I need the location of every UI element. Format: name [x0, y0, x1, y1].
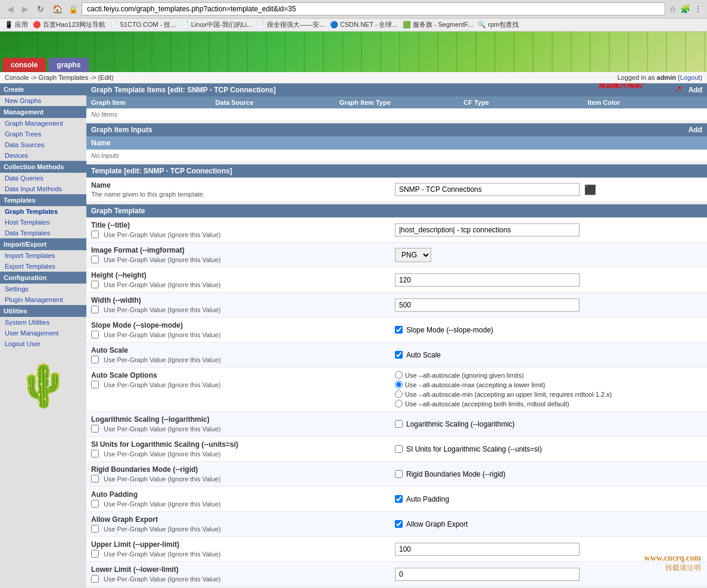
rigid-value-checkbox[interactable] [395, 470, 403, 478]
rigid-label: Rigid Boundaries Mode (--rigid) [91, 465, 385, 474]
si-units-checkbox[interactable] [91, 450, 99, 458]
bookmark-rpm[interactable]: 🔍 rpm包查找 [478, 20, 519, 29]
breadcrumb-console[interactable]: Console [5, 74, 29, 81]
height-input[interactable] [395, 273, 580, 287]
allow-export-value-checkbox[interactable] [395, 520, 403, 528]
auto-scale-opt1-label[interactable]: Use --alt-autoscale (ignoring given limi… [395, 371, 702, 379]
sidebar-item-data-queries[interactable]: Data Queries [0, 173, 86, 183]
image-format-checkbox[interactable] [91, 256, 99, 263]
sidebar-item-new-graphs[interactable]: New Graphs [0, 95, 86, 106]
bookmark-linux[interactable]: 📄 Linux中国-我们的Li... [181, 20, 253, 29]
bookmark-icon: ☆ [669, 4, 677, 14]
rigid-value-col: Rigid Boundaries Mode (--rigid) [390, 462, 707, 486]
console-tab[interactable]: console [2, 58, 46, 72]
forward-button[interactable]: ▶ [20, 3, 31, 15]
sidebar-item-graph-templates[interactable]: Graph Templates [0, 206, 86, 217]
width-input[interactable] [395, 298, 580, 312]
sidebar-item-logout-user[interactable]: Logout User [0, 338, 86, 349]
log-scaling-checkbox[interactable] [91, 425, 99, 433]
auto-scale-opt3-label[interactable]: Use --alt-autoscale-min (accepting an up… [395, 390, 702, 398]
login-info: Logged in as admin (Logout) [617, 74, 702, 81]
graphs-tab[interactable]: graphs [48, 58, 89, 72]
template-name-copy-icon[interactable]: ⬛ [584, 184, 596, 195]
auto-scale-options-label: Auto Scale Options [91, 371, 385, 379]
breadcrumb-graph-templates[interactable]: Graph Templates [39, 74, 89, 81]
col-item-color: Item Color [583, 97, 707, 108]
sidebar-item-data-input-methods[interactable]: Data Input Methods [0, 183, 86, 194]
auto-scale-opt1-radio[interactable] [395, 371, 403, 379]
auto-scale-opt4-label[interactable]: Use --alt-autoscale (accepting both limi… [395, 400, 702, 407]
bookmark-sf[interactable]: 🟩 服务旗 - SegmentF... [403, 20, 474, 29]
auto-scale-value-checkbox[interactable] [395, 351, 403, 359]
template-name-label-col: Name The name given to this graph templa… [86, 178, 390, 201]
sidebar-item-plugin-management[interactable]: Plugin Management [0, 294, 86, 305]
menu-icon: ⋮ [694, 4, 702, 14]
reload-button[interactable]: ↻ [35, 3, 46, 15]
browser-icons: ☆ 🧩 ⋮ [669, 4, 702, 14]
add-graph-input-button[interactable]: Add [689, 126, 702, 134]
si-units-value-checkbox[interactable] [395, 445, 403, 453]
browser-bar: ◀ ▶ ↻ 🏠 🔒 ☆ 🧩 ⋮ [0, 0, 707, 18]
bookmark-51cto[interactable]: 📄 51CTO.COM - 技... [110, 20, 176, 29]
sidebar-item-devices[interactable]: Devices [0, 150, 86, 161]
logout-link[interactable]: Logout [680, 74, 700, 81]
sidebar-item-system-utilities[interactable]: System Utilities [0, 317, 86, 328]
sidebar-item-graph-management[interactable]: Graph Management [0, 118, 86, 129]
url-bar[interactable] [82, 2, 665, 15]
sidebar-item-export-templates[interactable]: Export Templates [0, 261, 86, 272]
auto-scale-checkbox[interactable] [91, 356, 99, 363]
width-label: Width (--width) [91, 296, 385, 304]
sidebar-item-data-sources[interactable]: Data Sources [0, 139, 86, 150]
image-format-row: Image Format (--imgformat) Use Per-Graph… [86, 242, 707, 267]
sidebar: Create New Graphs Management Graph Manag… [0, 83, 86, 588]
auto-scale-opt2-radio[interactable] [395, 381, 403, 388]
auto-scale-opt4-radio[interactable] [395, 400, 403, 407]
slope-mode-row: Slope Mode (--slope-mode) Use Per-Graph … [86, 318, 707, 343]
sidebar-item-host-templates[interactable]: Host Templates [0, 217, 86, 228]
log-scaling-value-checkbox[interactable] [395, 420, 403, 428]
auto-padding-value-checkbox[interactable] [395, 495, 403, 503]
slope-mode-label: Slope Mode (--slope-mode) [91, 321, 385, 329]
auto-scale-sub: Use Per-Graph Value (Ignore this Value) [91, 356, 385, 363]
template-section-header: Template [edit: SNMP - TCP Connections] [86, 164, 707, 178]
rigid-checkbox[interactable] [91, 475, 99, 483]
auto-padding-value-label: Auto Padding [406, 495, 449, 503]
back-button[interactable]: ◀ [5, 3, 16, 15]
auto-padding-checkbox[interactable] [91, 500, 99, 508]
lower-limit-input[interactable] [395, 568, 580, 581]
upper-limit-input[interactable] [395, 543, 580, 556]
image-format-select[interactable]: PNG GIF [395, 248, 431, 262]
template-name-label: Name [91, 181, 385, 189]
sidebar-item-settings[interactable]: Settings [0, 284, 86, 294]
upper-limit-checkbox[interactable] [91, 550, 99, 558]
sidebar-item-data-templates[interactable]: Data Templates [0, 228, 86, 238]
template-name-input[interactable] [395, 183, 580, 196]
allow-export-checkbox[interactable] [91, 525, 99, 533]
image-format-label: Image Format (--imgformat) [91, 246, 385, 254]
auto-scale-opt2-label[interactable]: Use --alt-autoscale-max (accepting a low… [395, 381, 702, 388]
watermark-line2: 转载请注明 [644, 563, 701, 573]
sidebar-item-graph-trees[interactable]: Graph Trees [0, 129, 86, 139]
lower-limit-checkbox[interactable] [91, 575, 99, 583]
slope-mode-checkbox[interactable] [91, 331, 99, 338]
upper-limit-label: Upper Limit (--upper-limit) [91, 540, 385, 549]
bookmark-apps[interactable]: 📱 应用 [5, 20, 28, 29]
title-input[interactable] [395, 223, 580, 237]
bookmark-csdn[interactable]: 🔵 CSDN.NET - 全球... [330, 20, 398, 29]
bookmark-qianqiang[interactable]: 📄 很全很强大——安... [257, 20, 325, 29]
height-row: Height (--height) Use Per-Graph Value (I… [86, 267, 707, 293]
sidebar-item-user-management[interactable]: User Management [0, 328, 86, 338]
lower-limit-sub: Use Per-Graph Value (Ignore this Value) [91, 575, 385, 583]
slope-mode-value-checkbox[interactable] [395, 326, 403, 334]
bookmark-hao123[interactable]: 🔴 百度Hao123网址导航 [33, 20, 105, 29]
add-graph-item-button[interactable]: Add [689, 86, 702, 94]
auto-padding-value-col: Auto Padding [390, 487, 707, 511]
home-button[interactable]: 🏠 [50, 3, 65, 15]
width-checkbox[interactable] [91, 306, 99, 313]
auto-scale-opt3-radio[interactable] [395, 390, 403, 398]
auto-scale-options-checkbox[interactable] [91, 381, 99, 388]
sidebar-item-import-templates[interactable]: Import Templates [0, 250, 86, 261]
height-checkbox[interactable] [91, 281, 99, 288]
title-checkbox[interactable] [91, 231, 99, 238]
graph-items-no-items-row: No Items [86, 108, 707, 121]
